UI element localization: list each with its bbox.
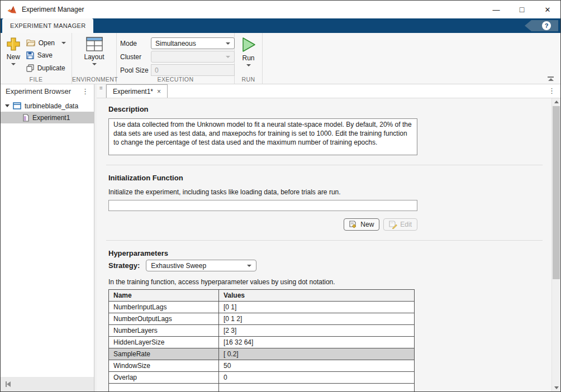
scrollbar-thumb[interactable] (553, 106, 560, 279)
edit-function-icon (389, 221, 397, 229)
table-header-row: Name Values (109, 290, 415, 302)
strategy-value: Exhaustive Sweep (151, 262, 206, 270)
tree-expand-caret-icon[interactable] (5, 104, 9, 107)
layout-icon (86, 37, 103, 51)
hyperparameter-values-cell[interactable] (219, 384, 415, 392)
hyperparameter-name-cell[interactable]: NumberLayers (109, 325, 219, 337)
experiment-browser-panel: Experiment Browser ⋮ turbineblade_data (1, 84, 94, 391)
run-button[interactable]: Run (238, 35, 259, 75)
table-row[interactable]: NumberOutputLags [0 1 2] (109, 313, 415, 325)
tab-drag-handle-icon[interactable]: ≡ (97, 84, 106, 98)
duplicate-button[interactable]: Duplicate (24, 62, 68, 74)
initialization-buttons: New Edit (108, 218, 417, 231)
open-folder-icon (26, 39, 35, 46)
hyperparameter-name-cell[interactable]: HiddenLayerSize (109, 337, 219, 348)
execution-fields: Mode Simultaneous Cluster Pool Size (120, 35, 235, 75)
window-controls: — □ ✕ (483, 1, 560, 18)
project-label: turbineblade_data (25, 102, 78, 110)
table-row[interactable]: SampleRate [ 0.2] (109, 348, 415, 360)
strategy-dropdown[interactable]: Exhaustive Sweep (146, 260, 256, 271)
init-new-button-label: New (360, 221, 374, 228)
minimize-button[interactable]: — (483, 1, 509, 18)
init-edit-button-label: Edit (400, 221, 412, 228)
open-dropdown-icon[interactable] (61, 42, 66, 44)
hyperparameter-values-cell[interactable]: [2 3] (219, 325, 415, 337)
table-row[interactable]: NumberInputLags [0 1] (109, 302, 415, 313)
layout-button-label: Layout (84, 53, 104, 61)
save-button[interactable]: Save (24, 50, 68, 61)
new-button[interactable]: New (4, 35, 23, 75)
browser-bottom-scrollbar[interactable] (1, 377, 94, 391)
hyperparameter-name-cell[interactable]: Overlap (109, 372, 219, 384)
cluster-label: Cluster (120, 53, 151, 61)
mode-dropdown[interactable]: Simultaneous (151, 37, 235, 49)
hyperparameter-name-cell[interactable]: SampleRate (109, 348, 219, 360)
open-button-label: Open (39, 39, 55, 47)
environment-section: Layout ENVIRONMENT (72, 33, 117, 84)
table-row[interactable]: NumberLayers [2 3] (109, 325, 415, 337)
scroll-up-arrow-icon[interactable] (554, 101, 559, 103)
new-dropdown-icon[interactable] (11, 63, 16, 65)
execution-section: Mode Simultaneous Cluster Pool Size (117, 33, 235, 84)
hyperparameters-table: Name Values NumberInputLags [0 1] Number… (108, 289, 415, 391)
hyperparameter-name-cell[interactable]: NumberInputLags (109, 302, 219, 313)
tree-item-project[interactable]: turbineblade_data (1, 100, 94, 112)
hyperparameter-name-cell[interactable]: WindowSize (109, 360, 219, 372)
table-row[interactable]: Overlap 0 (109, 372, 415, 384)
hyperparameter-values-cell[interactable]: 0 (219, 372, 415, 384)
project-icon (13, 102, 21, 109)
tab-experiment-manager[interactable]: EXPERIMENT MANAGER (2, 18, 93, 33)
hyperparameter-values-cell[interactable]: [0 1] (219, 302, 415, 313)
layout-button[interactable]: Layout (82, 35, 107, 75)
strategy-label: Strategy: (108, 261, 140, 270)
scroll-down-arrow-icon[interactable] (554, 386, 559, 389)
initialization-function-field[interactable] (108, 200, 417, 211)
tab-experiment1[interactable]: Experiment1* × (106, 84, 168, 98)
toolstrip: New Open (1, 33, 560, 84)
init-new-button[interactable]: New (344, 218, 379, 231)
description-textarea[interactable]: Use data collected from the Unknown mode… (108, 118, 417, 155)
layout-dropdown-icon[interactable] (92, 63, 97, 65)
section-divider (106, 240, 543, 241)
tabbar-menu-kebab-icon[interactable]: ⋮ (543, 84, 560, 98)
maximize-button[interactable]: □ (509, 1, 535, 18)
hyperparameter-name-cell[interactable] (109, 384, 219, 392)
pool-size-input[interactable] (151, 64, 235, 76)
tree-item-experiment[interactable]: Experiment1 (1, 112, 94, 123)
help-button[interactable]: ? (525, 20, 558, 31)
experiment-manager-window: Experiment Manager — □ ✕ EXPERIMENT MANA… (0, 0, 561, 392)
new-function-icon (349, 221, 358, 229)
mode-value: Simultaneous (155, 40, 196, 47)
experiment-form: Description Use data collected from the … (97, 98, 560, 391)
initialization-hint: Initialize the experiment, including tas… (108, 188, 543, 196)
experiment-label: Experiment1 (32, 114, 70, 122)
open-button[interactable]: Open (24, 37, 68, 49)
hyperparameter-values-cell[interactable]: [0 1 2] (219, 313, 415, 325)
run-dropdown-icon[interactable] (246, 64, 251, 66)
hyperparameter-values-cell[interactable]: 50 (219, 360, 415, 372)
run-section: Run RUN (235, 33, 263, 84)
environment-section-label: ENVIRONMENT (72, 76, 116, 83)
name-column-header[interactable]: Name (109, 290, 219, 302)
new-button-label: New (7, 53, 20, 61)
collapse-bar (548, 77, 554, 78)
cluster-dropdown[interactable] (151, 51, 235, 63)
cluster-dropdown-caret-icon (226, 56, 230, 58)
ribbon-tab-strip: EXPERIMENT MANAGER ? (1, 18, 560, 33)
values-column-header[interactable]: Values (219, 290, 415, 302)
init-edit-button[interactable]: Edit (383, 218, 417, 231)
browser-menu-kebab-icon[interactable]: ⋮ (82, 87, 89, 95)
vertical-scrollbar[interactable] (552, 98, 560, 391)
hyperparameter-name-cell[interactable]: NumberOutputLags (109, 313, 219, 325)
table-row[interactable]: HiddenLayerSize [16 32 64] (109, 337, 415, 348)
hyperparameter-values-cell[interactable]: [ 0.2] (219, 348, 415, 360)
scroll-to-start-icon[interactable] (6, 381, 11, 387)
table-row[interactable]: WindowSize 50 (109, 360, 415, 372)
close-button[interactable]: ✕ (535, 1, 560, 18)
hyperparameter-values-cell[interactable]: [16 32 64] (219, 337, 415, 348)
tab-close-icon[interactable]: × (157, 88, 161, 95)
run-play-icon (241, 37, 256, 52)
collapse-toolstrip-button[interactable] (548, 77, 554, 81)
experiment-tree: turbineblade_data Experiment1 (1, 98, 94, 377)
table-row-empty[interactable] (109, 384, 415, 392)
